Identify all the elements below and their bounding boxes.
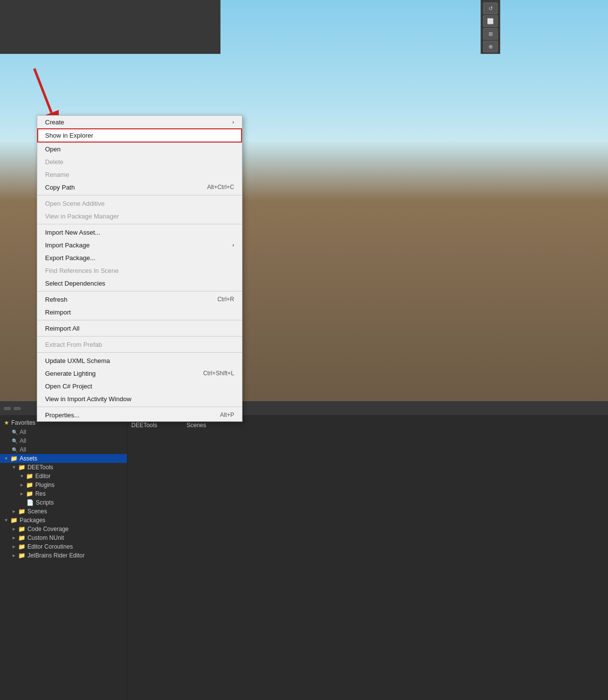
- content-tab-0[interactable]: DEETools: [131, 422, 157, 429]
- copy_path-item[interactable]: Copy PathAlt+Ctrl+C: [37, 181, 242, 193]
- find_references_in_scene-item: Find References In Scene: [37, 264, 242, 277]
- show-in-explorer-label: Show in Explorer: [45, 132, 93, 139]
- reimport-label: Reimport: [45, 309, 71, 316]
- import_package-label: Import Package: [45, 241, 90, 249]
- view_in_package_manager-label: View in Package Manager: [45, 213, 119, 220]
- select_dependencies-item[interactable]: Select Dependencies: [37, 277, 242, 290]
- favorites-label: Favorites: [11, 419, 35, 426]
- separator: [37, 224, 242, 224]
- tree-item[interactable]: ▼📁Packages: [0, 516, 127, 525]
- tree-expand-icon: ▼: [4, 518, 8, 523]
- tree-item[interactable]: ►📁Custom NUnit: [0, 533, 127, 542]
- properties-item[interactable]: Properties...Alt+P: [37, 409, 242, 421]
- create-label: Create: [45, 119, 64, 126]
- file-icon: 📄: [26, 499, 34, 506]
- import_new_asset-item[interactable]: Import New Asset...: [37, 226, 242, 239]
- refresh-icon[interactable]: ↺: [483, 2, 498, 14]
- tree-item[interactable]: ►📁Scenes: [0, 507, 127, 516]
- reimport-item[interactable]: Reimport: [37, 306, 242, 318]
- search-icon: 🔍: [12, 438, 18, 444]
- refresh-item[interactable]: RefreshCtrl+R: [37, 293, 242, 306]
- tree-item[interactable]: 📄Scripts: [0, 498, 127, 507]
- bottom-panel: ★Favorites🔍All🔍All🔍All▼📁Assets▼📁DEETools…: [0, 401, 608, 700]
- project-label-btn: [4, 407, 11, 410]
- search-label: All: [20, 446, 26, 453]
- delete-label: Delete: [45, 158, 64, 166]
- svg-line-1: [34, 69, 51, 113]
- tree-expand-icon: ►: [20, 483, 24, 487]
- rect-icon[interactable]: ⬜: [483, 15, 498, 27]
- search-label: All: [20, 437, 26, 444]
- separator: [37, 320, 242, 320]
- folder-icon: 📁: [26, 490, 33, 497]
- open-label: Open: [45, 145, 61, 153]
- globe-icon[interactable]: ⊕: [483, 41, 498, 52]
- folder-icon: 📁: [18, 508, 25, 515]
- tree-expand-icon: ▼: [4, 456, 8, 461]
- tree-item-label: Assets: [20, 455, 37, 462]
- open_scene_additive-item: Open Scene Additive: [37, 197, 242, 210]
- search-label: All: [20, 429, 26, 435]
- tree-item-label: Code Coverage: [27, 526, 69, 532]
- generate_lighting-label: Generate Lighting: [45, 370, 96, 377]
- grid-icon[interactable]: ⊞: [483, 28, 498, 40]
- context-menu: Create›Show in ExplorerOpenDeleteRenameC…: [37, 115, 243, 422]
- tree-item[interactable]: ▼📁Editor: [0, 472, 127, 481]
- open-item[interactable]: Open: [37, 143, 242, 155]
- copy_path-shortcut: Alt+Ctrl+C: [207, 184, 234, 191]
- tree-item[interactable]: ▼📁Assets: [0, 454, 127, 463]
- tree-item-label: JetBrains Rider Editor: [27, 552, 85, 559]
- folder-icon: 📁: [18, 464, 25, 471]
- show-in-explorer-item[interactable]: Show in Explorer: [37, 128, 242, 143]
- view_import_activity_window-item[interactable]: View in Import Activity Window: [37, 392, 242, 405]
- update_uxml_schema-item[interactable]: Update UXML Schema: [37, 354, 242, 367]
- tree-item[interactable]: ►📁Code Coverage: [0, 525, 127, 533]
- delete-item: Delete: [37, 155, 242, 168]
- tree-item-label: Scenes: [27, 508, 47, 515]
- tree-item[interactable]: ►📁Res: [0, 489, 127, 498]
- tree-item[interactable]: ▼📁DEETools: [0, 463, 127, 472]
- tree-item-label: Editor: [35, 473, 50, 480]
- tree-item[interactable]: ►📁Editor Coroutines: [0, 542, 127, 551]
- tree-item[interactable]: ►📁JetBrains Rider Editor: [0, 551, 127, 560]
- right-toolbar: ↺ ⬜ ⊞ ⊕: [481, 0, 500, 54]
- separator: [37, 336, 242, 337]
- properties-label: Properties...: [45, 411, 79, 419]
- export_package-label: Export Package...: [45, 254, 96, 262]
- import_package-arrow: ›: [232, 242, 234, 248]
- generate_lighting-item[interactable]: Generate LightingCtrl+Shift+L: [37, 367, 242, 380]
- rename-item: Rename: [37, 168, 242, 181]
- add-button[interactable]: [14, 407, 21, 410]
- search-item-0[interactable]: 🔍All: [0, 428, 127, 436]
- folder-icon: 📁: [26, 482, 33, 488]
- tree-item[interactable]: ►📁Plugins: [0, 481, 127, 489]
- update_uxml_schema-label: Update UXML Schema: [45, 357, 110, 364]
- tree-item-label: Packages: [20, 517, 46, 524]
- extract_from_prefab-label: Extract From Prefab: [45, 341, 102, 348]
- content-tab-1[interactable]: Scenes: [187, 422, 206, 429]
- properties-shortcut: Alt+P: [220, 411, 234, 418]
- export_package-item[interactable]: Export Package...: [37, 251, 242, 264]
- import_package-item[interactable]: Import Package›: [37, 239, 242, 251]
- tree-item-label: DEETools: [27, 464, 53, 471]
- select_dependencies-label: Select Dependencies: [45, 280, 105, 287]
- bottom-split: ★Favorites🔍All🔍All🔍All▼📁Assets▼📁DEETools…: [0, 416, 608, 700]
- search-item-1[interactable]: 🔍All: [0, 436, 127, 445]
- view_import_activity_window-label: View in Import Activity Window: [45, 395, 131, 403]
- refresh-shortcut: Ctrl+R: [218, 296, 234, 303]
- folder-icon: 📁: [26, 473, 33, 480]
- find_references_in_scene-label: Find References In Scene: [45, 267, 119, 274]
- search-item-2[interactable]: 🔍All: [0, 445, 127, 454]
- folder-icon: 📁: [18, 534, 25, 541]
- separator: [37, 291, 242, 291]
- folder-icon: 📁: [10, 455, 18, 462]
- folder-icon: 📁: [18, 543, 25, 550]
- open_csharp_project-item[interactable]: Open C# Project: [37, 380, 242, 392]
- create-item[interactable]: Create›: [37, 116, 242, 128]
- star-icon: ★: [4, 419, 9, 426]
- refresh-label: Refresh: [45, 296, 68, 303]
- import_new_asset-label: Import New Asset...: [45, 229, 100, 236]
- reimport_all-item[interactable]: Reimport All: [37, 322, 242, 335]
- top-toolbar: [0, 0, 220, 54]
- extract_from_prefab-item: Extract From Prefab: [37, 338, 242, 351]
